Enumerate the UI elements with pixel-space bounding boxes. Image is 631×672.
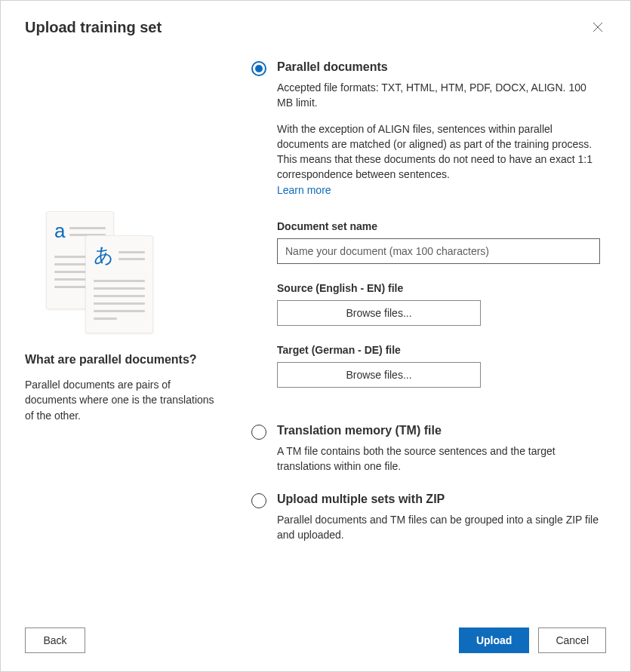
doc-name-label: Document set name: [277, 220, 600, 232]
option-parallel-formats: Accepted file formats: TXT, HTML, HTM, P…: [277, 80, 600, 111]
radio-parallel[interactable]: [251, 61, 266, 76]
browse-source-button[interactable]: Browse files...: [277, 300, 481, 326]
option-zip-title: Upload multiple sets with ZIP: [277, 492, 600, 506]
radio-zip[interactable]: [251, 493, 266, 508]
target-file-label: Target (German - DE) file: [277, 344, 600, 356]
info-description: Parallel documents are pairs of document…: [25, 377, 221, 423]
option-tm-desc: A TM file contains both the source sente…: [277, 443, 600, 474]
browse-target-button[interactable]: Browse files...: [277, 362, 481, 388]
close-button[interactable]: [589, 19, 606, 38]
japanese-letter-icon: あ: [94, 245, 114, 265]
option-parallel: Parallel documents Accepted file formats…: [251, 60, 600, 406]
doc-card-target: あ: [85, 235, 153, 333]
options-panel: Parallel documents Accepted file formats…: [251, 60, 606, 612]
documents-illustration: a あ: [46, 211, 159, 332]
source-file-label: Source (English - EN) file: [277, 282, 600, 294]
upload-dialog: Upload training set a: [0, 0, 631, 672]
parallel-form: Document set name Source (English - EN) …: [277, 220, 600, 406]
upload-button[interactable]: Upload: [459, 628, 529, 653]
option-zip-desc: Parallel documents and TM files can be g…: [277, 512, 600, 543]
info-title: What are parallel documents?: [25, 353, 221, 367]
option-tm: Translation memory (TM) file A TM file c…: [251, 424, 600, 474]
latin-letter-icon: a: [54, 221, 65, 241]
cancel-button[interactable]: Cancel: [538, 628, 606, 653]
option-tm-title: Translation memory (TM) file: [277, 424, 600, 437]
option-parallel-title: Parallel documents: [277, 60, 600, 74]
info-panel: a あ: [25, 60, 221, 612]
dialog-footer: Back Upload Cancel: [25, 612, 606, 653]
back-button[interactable]: Back: [25, 628, 85, 653]
dialog-header: Upload training set: [25, 19, 606, 38]
dialog-title: Upload training set: [25, 19, 162, 36]
radio-tm[interactable]: [251, 425, 266, 440]
learn-more-link[interactable]: Learn more: [277, 184, 331, 196]
option-parallel-detail: With the exception of ALIGN files, sente…: [277, 121, 600, 198]
close-icon: [593, 23, 603, 35]
option-zip: Upload multiple sets with ZIP Parallel d…: [251, 492, 600, 543]
doc-name-input[interactable]: [277, 238, 600, 264]
dialog-content: a あ: [25, 60, 606, 612]
